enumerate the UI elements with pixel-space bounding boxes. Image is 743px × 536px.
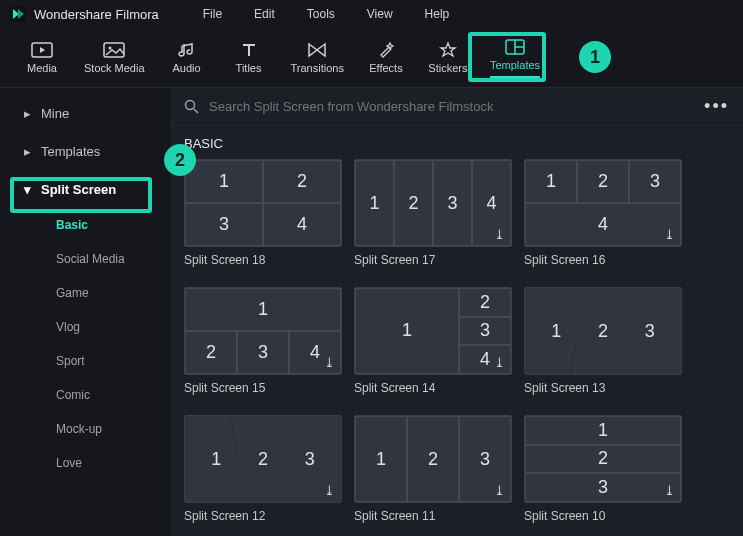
layout-cell: 3 — [237, 331, 289, 374]
sidebar-item-label: Templates — [41, 144, 100, 159]
template-label: Split Screen 11 — [354, 509, 512, 523]
layout-cell: 1 — [355, 416, 407, 502]
layout-cell: 3 — [459, 317, 511, 346]
layout-cell: 2 — [407, 416, 459, 502]
template-thumb: 1 2 3 ⤓ — [354, 415, 512, 503]
sidebar-sub-mock-up[interactable]: Mock-up — [0, 412, 170, 446]
template-card[interactable]: 1 2 3 ⤓ Split Screen 11 — [354, 415, 512, 523]
download-icon[interactable]: ⤓ — [661, 226, 677, 242]
tool-label: Stock Media — [84, 62, 145, 74]
titlebar: Wondershare Filmora File Edit Tools View… — [0, 0, 743, 28]
tool-label: Stickers — [428, 62, 467, 74]
layout-cell: 1 — [185, 160, 263, 203]
active-underline — [490, 76, 540, 78]
download-icon[interactable]: ⤓ — [321, 354, 337, 370]
chevron-down-icon: ▾ — [24, 182, 31, 197]
sidebar-sub-comic[interactable]: Comic — [0, 378, 170, 412]
template-card[interactable]: 1 2 3 4 ⤓ Split Screen 14 — [354, 287, 512, 395]
template-thumb: 1 2 3 ⤓ — [524, 415, 682, 503]
template-label: Split Screen 10 — [524, 509, 682, 523]
tool-label: Media — [27, 62, 57, 74]
search-input[interactable] — [209, 99, 694, 114]
template-card[interactable]: 1 2 3 4 Split Screen 18 — [184, 159, 342, 267]
layout-cell: 2 — [459, 288, 511, 317]
effects-icon — [375, 41, 397, 59]
template-label: Split Screen 18 — [184, 253, 342, 267]
sidebar-sub-social-media[interactable]: Social Media — [0, 242, 170, 276]
toolbar: Media Stock Media Audio Titles Transitio… — [0, 28, 743, 88]
tool-templates[interactable]: Templates — [486, 34, 544, 82]
sidebar-sub-sport[interactable]: Sport — [0, 344, 170, 378]
more-options-icon[interactable]: ••• — [704, 96, 729, 117]
template-label: Split Screen 15 — [184, 381, 342, 395]
layout-cell: 2 — [263, 160, 341, 203]
template-thumb: 1 2 3 4 ⤓ — [354, 159, 512, 247]
template-card[interactable]: 1 2 3 ⤓ Split Screen 12 — [184, 415, 342, 523]
filmora-logo-icon — [10, 6, 26, 22]
download-icon[interactable]: ⤓ — [491, 482, 507, 498]
template-thumb: 1 2 3 4 ⤓ — [184, 287, 342, 375]
layout-cell: 1 — [355, 288, 459, 374]
template-thumb: 1 2 3 4 ⤓ — [354, 287, 512, 375]
download-icon[interactable]: ⤓ — [491, 226, 507, 242]
template-thumb: 1 2 3 — [524, 287, 682, 375]
tool-label: Effects — [369, 62, 402, 74]
download-icon[interactable]: ⤓ — [491, 354, 507, 370]
main: ▸ Mine ▸ Templates ▾ Split Screen Basic … — [0, 88, 743, 536]
sidebar-sub-vlog[interactable]: Vlog — [0, 310, 170, 344]
svg-line-8 — [194, 109, 198, 113]
template-grid: 1 2 3 4 Split Screen 18 1 2 3 4 ⤓ Split … — [170, 159, 743, 523]
app-title: Wondershare Filmora — [34, 7, 159, 22]
tool-titles[interactable]: Titles — [225, 37, 273, 78]
searchbar: ••• — [170, 88, 743, 126]
search-icon — [184, 99, 199, 114]
tool-media[interactable]: Media — [18, 37, 66, 78]
menu-tools[interactable]: Tools — [295, 7, 347, 21]
titles-icon — [238, 41, 260, 59]
tool-stickers[interactable]: Stickers — [424, 37, 472, 78]
tool-effects[interactable]: Effects — [362, 37, 410, 78]
template-card[interactable]: 1 2 3 4 ⤓ Split Screen 16 — [524, 159, 682, 267]
sidebar-sub-love[interactable]: Love — [0, 446, 170, 480]
layout-cell: 2 — [394, 160, 433, 246]
layout-cell: 3 — [433, 160, 472, 246]
template-label: Split Screen 16 — [524, 253, 682, 267]
templates-icon — [504, 38, 526, 56]
svg-point-7 — [186, 101, 195, 110]
sidebar-item-split-screen[interactable]: ▾ Split Screen — [0, 170, 170, 208]
template-label: Split Screen 12 — [184, 509, 342, 523]
template-card[interactable]: 1 2 3 ⤓ Split Screen 10 — [524, 415, 682, 523]
layout-cell: 1 — [185, 288, 341, 331]
template-card[interactable]: 1 2 3 4 ⤓ Split Screen 15 — [184, 287, 342, 395]
menu-view[interactable]: View — [355, 7, 405, 21]
stickers-icon — [437, 41, 459, 59]
tool-stock-media[interactable]: Stock Media — [80, 37, 149, 78]
layout-cell: 3 — [185, 203, 263, 246]
template-thumb: 1 2 3 4 ⤓ — [524, 159, 682, 247]
layout-cell: 2 — [185, 331, 237, 374]
tool-label: Templates — [490, 59, 540, 71]
template-card[interactable]: 1 2 3 4 ⤓ Split Screen 17 — [354, 159, 512, 267]
menu-help[interactable]: Help — [413, 7, 462, 21]
menu-file[interactable]: File — [191, 7, 234, 21]
download-icon[interactable]: ⤓ — [321, 482, 337, 498]
template-label: Split Screen 17 — [354, 253, 512, 267]
template-label: Split Screen 13 — [524, 381, 682, 395]
content: ••• BASIC 1 2 3 4 Split Screen 18 1 2 3 — [170, 88, 743, 536]
layout-cell: 3 — [525, 473, 681, 502]
sidebar-item-templates[interactable]: ▸ Templates — [0, 132, 170, 170]
template-card[interactable]: 1 2 3 Split Screen 13 — [524, 287, 682, 395]
transitions-icon — [306, 41, 328, 59]
menu-edit[interactable]: Edit — [242, 7, 287, 21]
tool-transitions[interactable]: Transitions — [287, 37, 348, 78]
tool-label: Transitions — [291, 62, 344, 74]
sidebar: ▸ Mine ▸ Templates ▾ Split Screen Basic … — [0, 88, 170, 536]
section-heading: BASIC — [170, 126, 743, 159]
sidebar-sub-game[interactable]: Game — [0, 276, 170, 310]
layout-cell: 2 — [577, 160, 629, 203]
download-icon[interactable]: ⤓ — [661, 482, 677, 498]
sidebar-item-mine[interactable]: ▸ Mine — [0, 94, 170, 132]
tool-label: Audio — [172, 62, 200, 74]
tool-audio[interactable]: Audio — [163, 37, 211, 78]
sidebar-sub-basic[interactable]: Basic — [0, 208, 170, 242]
